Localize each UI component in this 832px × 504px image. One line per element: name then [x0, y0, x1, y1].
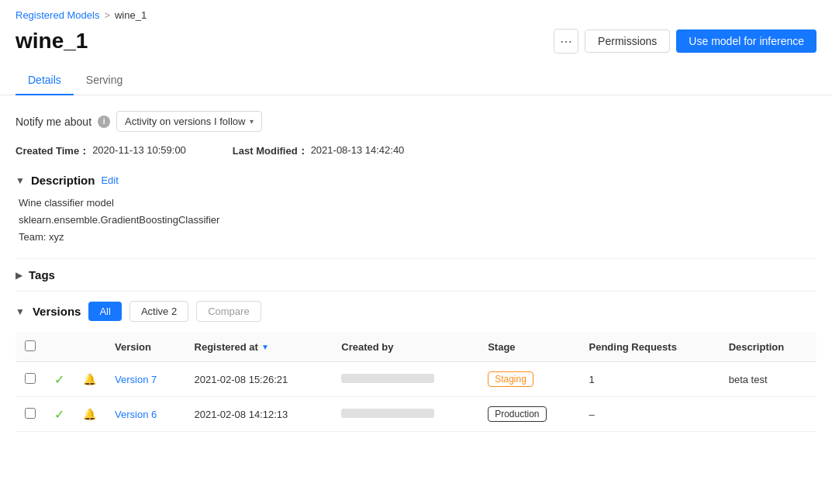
- td-registered-at-1: 2021-02-08 14:12:13: [185, 397, 333, 432]
- content-area: Notify me about i Activity on versions I…: [0, 95, 832, 447]
- tabs-bar: Details Serving: [0, 66, 832, 95]
- divider1: [16, 258, 816, 259]
- description-section-header: ▼ Description Edit: [16, 174, 816, 187]
- description-line3: Team: xyz: [19, 229, 816, 246]
- versions-toggle[interactable]: ▼: [16, 306, 25, 317]
- modified-time-item: Last Modified： 2021-08-13 14:42:40: [233, 144, 405, 158]
- meta-row: Created Time： 2020-11-13 10:59:00 Last M…: [16, 144, 816, 158]
- td-pending-0: 1: [579, 362, 719, 397]
- stage-badge-0: Staging: [488, 371, 533, 387]
- td-created-by-0: [332, 362, 478, 397]
- th-created-by: Created by: [332, 333, 478, 362]
- td-status-1: ✓: [45, 397, 74, 432]
- more-icon: ⋯: [560, 34, 572, 49]
- versions-header: ▼ Versions All Active 2 Compare: [16, 301, 816, 322]
- breadcrumb-current: wine_1: [115, 9, 147, 21]
- breadcrumb-separator: >: [104, 9, 110, 21]
- stage-badge-1: Production: [488, 406, 546, 422]
- tags-title: Tags: [29, 268, 55, 281]
- version-link-1[interactable]: Version 6: [115, 409, 157, 420]
- select-all-checkbox[interactable]: [25, 340, 36, 351]
- table-header-row: Version Registered at ▼ Created by Stage…: [16, 333, 816, 362]
- td-created-by-1: [332, 397, 478, 432]
- td-registered-at-0: 2021-02-08 15:26:21: [185, 362, 333, 397]
- versions-table: Version Registered at ▼ Created by Stage…: [16, 333, 816, 432]
- th-pending-requests: Pending Requests: [579, 333, 719, 362]
- notify-dropdown-value: Activity on versions I follow: [125, 116, 245, 127]
- row-checkbox-1[interactable]: [25, 408, 36, 419]
- description-title: Description: [31, 174, 95, 187]
- created-by-bar-0: [341, 374, 434, 383]
- description-edit-link[interactable]: Edit: [101, 174, 118, 186]
- versions-all-button[interactable]: All: [88, 302, 121, 321]
- bell-icon-0[interactable]: 🔔: [83, 373, 96, 385]
- created-by-bar-1: [341, 409, 434, 418]
- status-icon-0: ✓: [54, 373, 64, 386]
- bell-icon-1[interactable]: 🔔: [83, 408, 96, 420]
- description-line1: Wine classifier model: [19, 195, 816, 212]
- td-version-0: Version 7: [105, 362, 185, 397]
- divider2: [16, 291, 816, 292]
- description-content: Wine classifier model sklearn.ensemble.G…: [16, 195, 816, 246]
- breadcrumb-parent[interactable]: Registered Models: [16, 9, 99, 21]
- table-row: ✓ 🔔 Version 6 2021-02-08 14:12:13 Produc…: [16, 397, 816, 432]
- td-description-0: beta test: [720, 362, 816, 397]
- row-checkbox-0[interactable]: [25, 373, 36, 384]
- tab-details[interactable]: Details: [16, 66, 74, 95]
- breadcrumb: Registered Models > wine_1: [0, 0, 832, 24]
- notify-label: Notify me about: [16, 116, 91, 128]
- td-status-0: ✓: [45, 362, 74, 397]
- td-bell-1: 🔔: [74, 397, 105, 432]
- th-bell: [74, 333, 105, 362]
- td-pending-1: –: [579, 397, 719, 432]
- tags-section-header: ▶ Tags: [16, 268, 816, 281]
- td-checkbox-0: [16, 362, 45, 397]
- td-bell-0: 🔔: [74, 362, 105, 397]
- header-actions: ⋯ Permissions Use model for inference: [554, 29, 816, 54]
- td-stage-1: Production: [478, 397, 579, 432]
- td-version-1: Version 6: [105, 397, 185, 432]
- th-version: Version: [105, 333, 185, 362]
- table-row: ✓ 🔔 Version 7 2021-02-08 15:26:21 Stagin…: [16, 362, 816, 397]
- versions-active-button[interactable]: Active 2: [129, 301, 188, 322]
- page-title: wine_1: [16, 29, 88, 54]
- status-icon-1: ✓: [54, 408, 64, 421]
- td-stage-0: Staging: [478, 362, 579, 397]
- description-line2: sklearn.ensemble.GradientBoostingClassif…: [19, 212, 816, 229]
- created-time-value: 2020-11-13 10:59:00: [92, 144, 186, 158]
- modified-time-key: Last Modified：: [233, 144, 308, 158]
- modified-time-value: 2021-08-13 14:42:40: [311, 144, 405, 158]
- versions-compare-button[interactable]: Compare: [196, 301, 261, 322]
- th-checkbox: [16, 333, 45, 362]
- page: Registered Models > wine_1 wine_1 ⋯ Perm…: [0, 0, 832, 504]
- use-model-inference-button[interactable]: Use model for inference: [676, 29, 816, 53]
- header-row: wine_1 ⋯ Permissions Use model for infer…: [0, 24, 832, 66]
- more-options-button[interactable]: ⋯: [554, 29, 578, 54]
- th-description: Description: [720, 333, 816, 362]
- td-description-1: [720, 397, 816, 432]
- info-icon[interactable]: i: [98, 116, 110, 128]
- version-link-0[interactable]: Version 7: [115, 374, 157, 385]
- chevron-down-icon: ▾: [250, 117, 254, 126]
- tab-serving[interactable]: Serving: [74, 66, 135, 95]
- notify-row: Notify me about i Activity on versions I…: [16, 111, 816, 132]
- description-toggle[interactable]: ▼: [16, 175, 25, 186]
- notify-dropdown[interactable]: Activity on versions I follow ▾: [116, 111, 262, 132]
- created-time-key: Created Time：: [16, 144, 89, 158]
- th-status: [45, 333, 74, 362]
- th-stage: Stage: [478, 333, 579, 362]
- th-registered-at[interactable]: Registered at ▼: [185, 333, 333, 362]
- permissions-button[interactable]: Permissions: [585, 29, 670, 53]
- created-time-item: Created Time： 2020-11-13 10:59:00: [16, 144, 186, 158]
- versions-title: Versions: [33, 305, 81, 318]
- td-checkbox-1: [16, 397, 45, 432]
- sort-icon: ▼: [261, 343, 269, 351]
- tags-toggle[interactable]: ▶: [16, 270, 22, 281]
